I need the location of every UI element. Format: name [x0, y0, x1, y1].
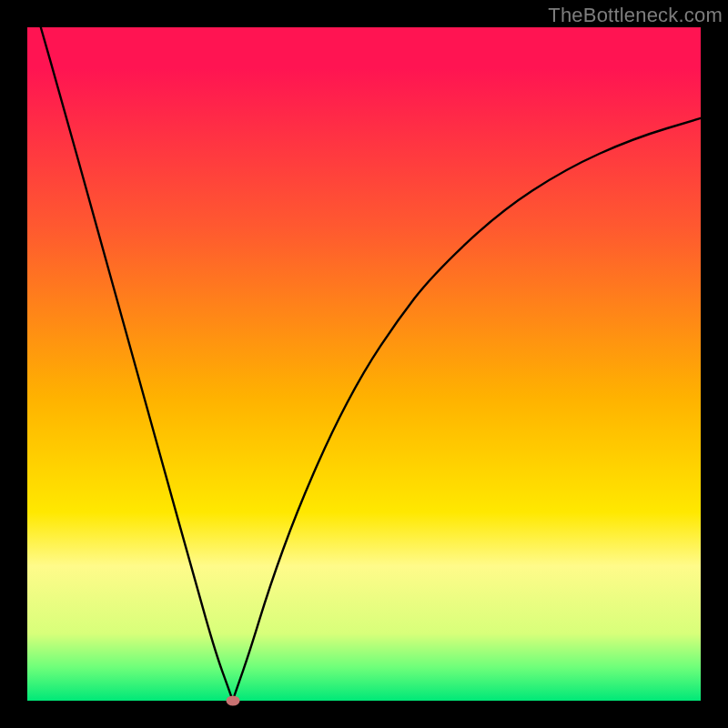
watermark-text: TheBottleneck.com — [548, 4, 723, 27]
bottleneck-curve — [27, 27, 701, 701]
chart-frame: TheBottleneck.com — [0, 0, 728, 728]
optimum-marker — [226, 696, 239, 706]
plot-area — [27, 27, 701, 701]
